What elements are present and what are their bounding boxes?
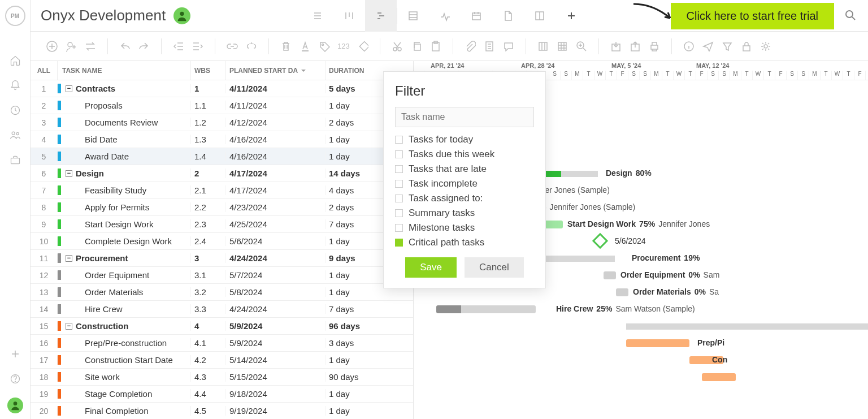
- task-name-cell[interactable]: Site work: [58, 372, 191, 382]
- gantt-task-bar[interactable]: [702, 373, 736, 381]
- project-avatar[interactable]: [173, 7, 190, 24]
- undo-icon[interactable]: [117, 38, 133, 54]
- export-icon[interactable]: [627, 38, 643, 54]
- zoom-icon[interactable]: [574, 38, 589, 54]
- filter-save-button[interactable]: Save: [405, 257, 457, 278]
- home-icon[interactable]: [9, 54, 21, 67]
- link-icon[interactable]: [224, 38, 240, 54]
- tag-icon[interactable]: [316, 38, 332, 54]
- filter-option[interactable]: Tasks that are late: [395, 163, 534, 175]
- search-icon[interactable]: [844, 9, 857, 23]
- delete-icon[interactable]: [278, 38, 294, 54]
- task-row[interactable]: 16Prep/Pre-construction4.15/9/20243 days: [31, 335, 413, 352]
- task-row[interactable]: 8Apply for Permits2.24/23/20242 days: [31, 199, 413, 216]
- checkbox-icon[interactable]: [395, 136, 403, 144]
- calendar-view-icon[interactable]: [461, 0, 492, 32]
- gantt-task-bar[interactable]: [436, 305, 536, 313]
- panel-view-icon[interactable]: [524, 0, 555, 32]
- task-row[interactable]: 11−Procurement34/24/20249 days: [31, 250, 413, 267]
- grid-icon[interactable]: [554, 38, 570, 54]
- task-name-cell[interactable]: Apply for Permits: [58, 202, 191, 212]
- task-name-cell[interactable]: Order Equipment: [58, 270, 191, 280]
- columns-icon[interactable]: [535, 38, 551, 54]
- indent-icon[interactable]: [190, 38, 206, 54]
- task-row[interactable]: 7Feasibility Study2.14/17/20244 days: [31, 182, 413, 199]
- filter-option[interactable]: Critical path tasks: [395, 237, 534, 248]
- note-icon[interactable]: [481, 38, 497, 54]
- task-row[interactable]: 4Bid Date1.34/16/20241 day: [31, 131, 413, 148]
- team-icon[interactable]: [9, 129, 21, 141]
- logo-icon[interactable]: PM: [5, 6, 25, 26]
- milestone-icon[interactable]: [592, 233, 608, 249]
- task-name-cell[interactable]: Award Date: [58, 152, 191, 161]
- sheet-view-icon[interactable]: [397, 0, 429, 32]
- plus-icon[interactable]: [9, 348, 21, 360]
- task-row[interactable]: 2Proposals1.14/11/20241 day: [31, 97, 413, 114]
- add-view-icon[interactable]: [555, 0, 587, 32]
- activity-view-icon[interactable]: [429, 0, 461, 32]
- assign-icon[interactable]: [63, 38, 79, 54]
- checkbox-icon[interactable]: [395, 224, 403, 232]
- task-name-cell[interactable]: Prep/Pre-construction: [58, 338, 191, 348]
- filter-option[interactable]: Summary tasks: [395, 208, 534, 219]
- print-icon[interactable]: [646, 38, 662, 54]
- task-name-cell[interactable]: Stage Completion: [58, 389, 191, 399]
- task-name-cell[interactable]: Bid Date: [58, 135, 191, 144]
- outdent-icon[interactable]: [171, 38, 186, 54]
- copy-icon[interactable]: [409, 38, 424, 54]
- task-name-cell[interactable]: −Procurement: [58, 253, 191, 263]
- header-task-name[interactable]: TASK NAME: [58, 61, 191, 80]
- task-name-cell[interactable]: Hire Crew: [58, 304, 191, 314]
- gantt-summary-bar[interactable]: [626, 323, 868, 330]
- task-name-cell[interactable]: −Design: [58, 169, 191, 178]
- settings-icon[interactable]: [758, 38, 774, 54]
- filter-option[interactable]: Task incomplete: [395, 178, 534, 189]
- gantt-task-bar[interactable]: [604, 271, 616, 279]
- task-row[interactable]: 19Stage Completion4.49/18/20241 day: [31, 386, 413, 403]
- task-row[interactable]: 17Construction Start Date4.25/14/20241 d…: [31, 352, 413, 369]
- task-name-cell[interactable]: Documents Review: [58, 118, 191, 127]
- add-task-icon[interactable]: [44, 38, 60, 54]
- task-name-cell[interactable]: −Construction: [58, 321, 191, 331]
- task-name-cell[interactable]: Feasibility Study: [58, 185, 191, 195]
- collapse-icon[interactable]: −: [66, 323, 72, 330]
- format-num-icon[interactable]: 123: [336, 38, 351, 54]
- task-name-cell[interactable]: −Contracts: [58, 84, 191, 93]
- free-trial-button[interactable]: Click here to start free trial: [671, 3, 834, 29]
- info-icon[interactable]: [681, 38, 697, 54]
- filter-cancel-button[interactable]: Cancel: [465, 257, 524, 278]
- attach-icon[interactable]: [462, 38, 478, 54]
- task-name-cell[interactable]: Final Completion: [58, 406, 191, 416]
- task-row[interactable]: 20Final Completion4.59/19/20241 day: [31, 403, 413, 419]
- checkbox-icon[interactable]: [395, 195, 403, 202]
- list-view-icon[interactable]: [302, 0, 333, 32]
- task-name-cell[interactable]: Start Design Work: [58, 219, 191, 229]
- task-row[interactable]: 9Start Design Work2.34/25/20247 days: [31, 216, 413, 233]
- comment-icon[interactable]: [501, 38, 517, 54]
- file-view-icon[interactable]: [492, 0, 524, 32]
- clock-icon[interactable]: [9, 104, 21, 116]
- task-row[interactable]: 5Award Date1.44/16/20241 day: [31, 148, 413, 165]
- task-name-cell[interactable]: Proposals: [58, 101, 191, 110]
- header-start[interactable]: PLANNED START DA: [226, 61, 326, 80]
- gantt-task-bar[interactable]: [626, 339, 689, 347]
- filter-icon[interactable]: [719, 38, 735, 54]
- gantt-view-icon[interactable]: [365, 0, 397, 32]
- header-all[interactable]: ALL: [31, 61, 58, 80]
- send-icon[interactable]: [700, 38, 716, 54]
- filter-option[interactable]: Task assigned to:: [395, 193, 534, 204]
- checkbox-icon[interactable]: [395, 239, 403, 247]
- checkbox-icon[interactable]: [395, 209, 403, 217]
- import-icon[interactable]: [608, 38, 624, 54]
- task-row[interactable]: 1−Contracts14/11/20245 days: [31, 80, 413, 97]
- task-name-cell[interactable]: Order Materials: [58, 287, 191, 297]
- gantt-task-bar[interactable]: [616, 288, 628, 296]
- task-row[interactable]: 12Order Equipment3.15/7/20241 day: [31, 267, 413, 284]
- filter-option[interactable]: Tasks for today: [395, 134, 534, 145]
- filter-option[interactable]: Milestone tasks: [395, 222, 534, 234]
- task-row[interactable]: 10Complete Design Work2.45/6/20241 day: [31, 233, 413, 250]
- text-color-icon[interactable]: [297, 38, 313, 54]
- paste-icon[interactable]: [428, 38, 444, 54]
- collapse-icon[interactable]: −: [66, 255, 72, 262]
- bell-icon[interactable]: [9, 79, 21, 92]
